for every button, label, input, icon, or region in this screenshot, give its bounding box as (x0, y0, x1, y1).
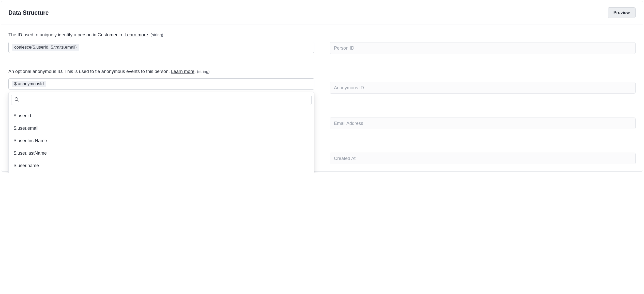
field-person-id: The ID used to uniquely identify a perso… (8, 32, 314, 53)
svg-line-1 (18, 100, 19, 101)
field-desc-suffix: . (194, 69, 197, 74)
panel-header: Data Structure Preview (1, 1, 643, 24)
preview-label: Anonymous ID (334, 85, 364, 91)
preview-created-at: Created At (330, 153, 636, 164)
dropdown-option[interactable]: $.user.email (11, 122, 312, 135)
dropdown-search-input[interactable] (22, 97, 309, 102)
preview-email: Email Address (330, 117, 636, 129)
preview-label: Person ID (334, 46, 354, 51)
preview-anonymous-id: Anonymous ID (330, 82, 636, 94)
path-suggestions-dropdown: $.user.id $.user.email $.user.firstName … (8, 92, 314, 173)
dropdown-option[interactable]: $.user.lastName (11, 147, 312, 159)
expression-token: $.anonymousId (12, 81, 46, 87)
preview-label: Created At (334, 156, 356, 161)
preview-button[interactable]: Preview (608, 7, 636, 18)
field-desc-text: The ID used to uniquely identify a perso… (8, 32, 125, 37)
panel-title: Data Structure (8, 9, 49, 16)
field-desc-text: An optional anonymous ID. This is used t… (8, 69, 171, 74)
field-description: An optional anonymous ID. This is used t… (8, 68, 314, 75)
field-desc-suffix: . (148, 32, 150, 37)
svg-point-0 (15, 98, 18, 101)
field-anonymous-id: An optional anonymous ID. This is used t… (8, 68, 314, 90)
field-type-hint: (string) (150, 33, 163, 37)
expression-token: coalesce($.userId, $.traits.email) (12, 44, 79, 51)
preview-label: Email Address (334, 121, 363, 126)
panel-body: The ID used to uniquely identify a perso… (1, 24, 643, 171)
dropdown-option[interactable]: $.user.id (11, 110, 312, 122)
field-type-hint: (string) (197, 69, 210, 74)
anonymous-id-expression-input[interactable]: $.anonymousId (8, 78, 314, 90)
learn-more-link[interactable]: Learn more (125, 32, 148, 37)
dropdown-option[interactable]: $.user.firstName (11, 135, 312, 147)
dropdown-option[interactable]: $.user.name (11, 159, 312, 172)
learn-more-link[interactable]: Learn more (171, 69, 194, 74)
search-icon (14, 97, 20, 103)
person-id-expression-input[interactable]: coalesce($.userId, $.traits.email) (8, 42, 314, 53)
data-structure-panel: Data Structure Preview The ID used to un… (1, 1, 643, 172)
dropdown-list: $.user.id $.user.email $.user.firstName … (11, 110, 312, 172)
field-description: The ID used to uniquely identify a perso… (8, 32, 314, 38)
preview-person-id: Person ID (330, 42, 636, 54)
dropdown-search[interactable] (11, 95, 312, 105)
